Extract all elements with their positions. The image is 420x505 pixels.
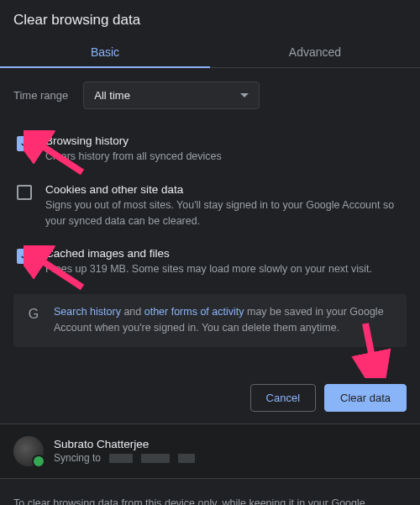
checkbox-browsing-history[interactable] (17, 136, 32, 151)
cancel-button[interactable]: Cancel (250, 384, 316, 412)
avatar (13, 436, 44, 466)
search-history-link[interactable]: Search history (54, 306, 121, 318)
check-icon (18, 138, 30, 150)
time-range-label: Time range (13, 89, 68, 102)
tab-basic[interactable]: Basic (0, 35, 210, 67)
account-name: Subrato Chatterjee (54, 438, 407, 450)
check-icon (18, 250, 30, 262)
option-desc: Clears history from all synced devices (45, 149, 403, 165)
redacted (141, 454, 170, 463)
time-range-value: All time (94, 89, 130, 102)
option-browsing-history: Browsing history Clears history from all… (13, 126, 407, 175)
redacted (178, 454, 195, 463)
option-title: Cached images and files (45, 247, 403, 260)
info-box: G Search history and other forms of acti… (13, 294, 407, 347)
google-icon: G (25, 306, 42, 323)
other-activity-link[interactable]: other forms of activity (144, 306, 244, 318)
dialog-title: Clear browsing data (0, 0, 420, 35)
options-list: Browsing history Clears history from all… (13, 126, 407, 287)
checkbox-cache[interactable] (17, 249, 32, 264)
time-range-select[interactable]: All time (83, 82, 260, 109)
chevron-down-icon (240, 93, 249, 97)
account-sync-status: Syncing to (54, 452, 407, 464)
option-desc: Frees up 319 MB. Some sites may load mor… (45, 261, 403, 277)
option-desc: Signs you out of most sites. You'll stay… (45, 197, 403, 229)
redacted (109, 454, 133, 463)
option-title: Browsing history (45, 134, 403, 147)
info-text: Search history and other forms of activi… (54, 304, 395, 337)
tabs: Basic Advanced (0, 35, 420, 68)
option-cache: Cached images and files Frees up 319 MB.… (13, 239, 407, 287)
account-row: Subrato Chatterjee Syncing to (0, 424, 420, 478)
option-cookies: Cookies and other site data Signs you ou… (13, 175, 407, 239)
tab-advanced[interactable]: Advanced (210, 35, 420, 67)
footer-text: To clear browsing data from this device … (0, 479, 420, 505)
option-title: Cookies and other site data (45, 183, 403, 196)
dialog-buttons: Cancel Clear data (0, 374, 420, 423)
clear-data-button[interactable]: Clear data (324, 384, 407, 412)
checkbox-cookies[interactable] (17, 185, 32, 200)
